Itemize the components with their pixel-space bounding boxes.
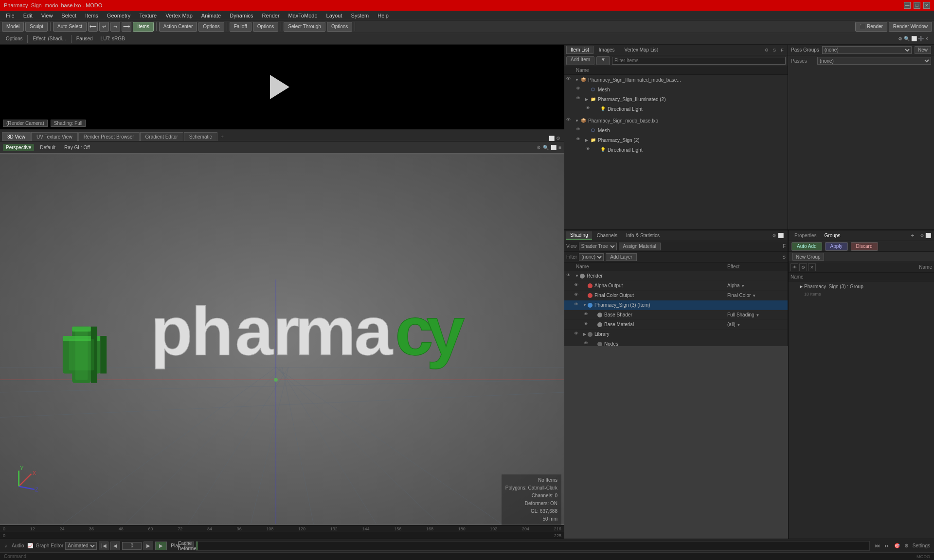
baseshader-dropdown-icon[interactable]: ▼ bbox=[755, 313, 759, 317]
shading-row-render[interactable]: 👁 ▼ Render bbox=[564, 271, 788, 281]
tab-3d-view[interactable]: 3D View bbox=[2, 132, 31, 141]
menu-layout[interactable]: Layout bbox=[323, 12, 346, 19]
add-item-dropdown[interactable]: ▼ bbox=[596, 56, 610, 65]
eye-icon-4[interactable]: 👁 bbox=[586, 105, 593, 112]
add-item-button[interactable]: Add Item bbox=[566, 56, 594, 65]
falloff-button[interactable]: Falloff bbox=[230, 22, 251, 32]
groups-settings-icon[interactable]: ⚙ bbox=[920, 233, 924, 238]
tab-shading[interactable]: Shading bbox=[566, 231, 592, 240]
tab-groups[interactable]: Groups bbox=[822, 232, 844, 239]
tab-channels[interactable]: Channels bbox=[593, 232, 621, 239]
tl-icon-4[interactable]: ⚙ bbox=[903, 542, 911, 550]
tab-uv-texture[interactable]: UV Texture View bbox=[31, 132, 78, 141]
toolbar-icon-2[interactable]: ↩ bbox=[99, 22, 109, 32]
viewport-search-icon[interactable]: 🔍 bbox=[543, 145, 549, 150]
shading-expand-icon[interactable]: ⬜ bbox=[778, 233, 784, 238]
assign-material-button[interactable]: Assign Material bbox=[619, 243, 661, 250]
il-settings-icon[interactable]: ⚙ bbox=[763, 47, 770, 53]
default-label[interactable]: Default bbox=[37, 144, 58, 151]
options-button-3[interactable]: Options bbox=[327, 22, 352, 32]
menu-items[interactable]: Items bbox=[81, 12, 102, 19]
tl-icon-1[interactable]: ⏮ bbox=[874, 542, 881, 550]
menu-help[interactable]: Help bbox=[374, 12, 393, 19]
play-button-main[interactable]: ▶ bbox=[155, 542, 167, 550]
shading-settings-icon[interactable]: ⚙ bbox=[772, 233, 776, 238]
eye-icon-8[interactable]: 👁 bbox=[586, 146, 593, 153]
timeline-track[interactable] bbox=[196, 541, 870, 551]
tab-item-list[interactable]: Item List bbox=[566, 46, 593, 54]
gp-row-pharmacy[interactable]: ▶ Pharmacy_Sign (3) : Group bbox=[789, 281, 934, 291]
apply-button[interactable]: Apply bbox=[825, 242, 848, 251]
new-group-button[interactable]: New Group bbox=[792, 253, 824, 261]
menu-texture[interactable]: Texture bbox=[135, 12, 161, 19]
tl-icon-3[interactable]: 🎯 bbox=[893, 542, 901, 550]
prev-frame-button[interactable]: |◀ bbox=[99, 542, 108, 550]
il-collapse-icon[interactable]: F bbox=[779, 47, 786, 53]
audio-label[interactable]: Audio bbox=[12, 543, 24, 548]
options-label[interactable]: Options bbox=[3, 35, 25, 42]
render-button[interactable]: ⬛ Render bbox=[855, 22, 887, 32]
viewport-menu-icon[interactable]: ≡ bbox=[558, 145, 561, 150]
filter-none-select[interactable]: (none) bbox=[579, 253, 604, 261]
finalcolor-dropdown-icon[interactable]: ▼ bbox=[752, 294, 756, 298]
tree-row-5[interactable]: 👁 ▼ 📦 Pharmacy_Sign_modo_base.lxo bbox=[564, 116, 788, 125]
close-button[interactable]: ✕ bbox=[923, 2, 930, 9]
tab-render-preset[interactable]: Render Preset Browser bbox=[78, 132, 140, 141]
tree-row-6[interactable]: 👁 ⬡ Mesh bbox=[564, 125, 788, 135]
tab-images[interactable]: Images bbox=[594, 46, 619, 54]
select-through-button[interactable]: Select Through bbox=[284, 22, 325, 32]
eye-icon-6[interactable]: 👁 bbox=[576, 127, 583, 134]
toolbar-icon-1[interactable]: ⟵ bbox=[88, 22, 98, 32]
tree-row-1[interactable]: 👁 ▼ 📦 Pharmacy_Sign_Illuminated_modo_bas… bbox=[564, 75, 788, 85]
eye-icon-7[interactable]: 👁 bbox=[576, 137, 583, 143]
render-window-button[interactable]: Render Window bbox=[889, 22, 932, 32]
view-settings-icon[interactable]: ⚙ bbox=[556, 136, 560, 141]
menu-view[interactable]: View bbox=[37, 12, 57, 19]
step-back-button[interactable]: ◀ bbox=[110, 542, 120, 550]
add-tab-button[interactable]: + bbox=[218, 132, 227, 141]
shading-row-nodes[interactable]: 👁 Nodes bbox=[564, 339, 788, 346]
menu-maxtomodo[interactable]: MaxToModo bbox=[285, 12, 322, 19]
play-forward-button[interactable]: ▶ bbox=[144, 542, 153, 550]
sp-eye-3[interactable]: 👁 bbox=[574, 292, 581, 299]
maximize-button[interactable]: □ bbox=[914, 2, 920, 9]
cache-deformers-button[interactable]: Cache Deformers bbox=[184, 542, 194, 550]
gp-icon-1[interactable]: 👁 bbox=[790, 263, 798, 271]
tab-vertex-map[interactable]: Vertex Map List bbox=[620, 46, 663, 54]
menu-dynamics[interactable]: Dynamics bbox=[226, 12, 257, 19]
view-expand-icon[interactable]: ⬜ bbox=[549, 136, 555, 141]
options-button-1[interactable]: Options bbox=[198, 22, 224, 32]
menu-render[interactable]: Render bbox=[258, 12, 284, 19]
tree-row-7[interactable]: 👁 ▶ 📁 Pharmacy_Sign (2) bbox=[564, 135, 788, 145]
auto-select-button[interactable]: Auto Select bbox=[53, 22, 87, 32]
sp-eye-8[interactable]: 👁 bbox=[584, 341, 591, 347]
gp-icon-2[interactable]: ⚙ bbox=[799, 263, 807, 271]
settings-label[interactable]: Settings bbox=[913, 543, 930, 548]
tab-info-stats[interactable]: Info & Statistics bbox=[622, 232, 664, 239]
tree-row-2[interactable]: 👁 ⬡ Mesh bbox=[564, 85, 788, 94]
menu-system[interactable]: System bbox=[347, 12, 373, 19]
eye-icon-5[interactable]: 👁 bbox=[566, 117, 573, 124]
sculpt-button[interactable]: Sculpt bbox=[25, 22, 48, 32]
filter-items-input[interactable] bbox=[612, 57, 786, 65]
3d-viewport[interactable]: Perspective Default Ray GL: Off ⚙ 🔍 ⬜ ≡ bbox=[0, 141, 564, 525]
menu-vertex-map[interactable]: Vertex Map bbox=[162, 12, 197, 19]
tab-properties[interactable]: Properties bbox=[791, 232, 820, 239]
discard-button[interactable]: Discard bbox=[851, 242, 878, 251]
groups-expand-icon[interactable]: ⬜ bbox=[925, 233, 931, 238]
shading-s-icon[interactable]: S bbox=[782, 254, 786, 260]
toolbar-icon-4[interactable]: ⟶ bbox=[122, 22, 131, 32]
menu-geometry[interactable]: Geometry bbox=[103, 12, 134, 19]
minimize-button[interactable]: — bbox=[904, 2, 911, 9]
options-button-2[interactable]: Options bbox=[253, 22, 278, 32]
shading-list-icon[interactable]: F bbox=[783, 244, 786, 249]
menu-edit[interactable]: Edit bbox=[19, 12, 36, 19]
tree-row-4[interactable]: 👁 💡 Directional Light bbox=[564, 104, 788, 114]
tab-schematic[interactable]: Schematic bbox=[184, 132, 217, 141]
play-button[interactable] bbox=[270, 75, 294, 99]
gp-icon-3[interactable]: ✕ bbox=[808, 263, 816, 271]
perspective-label[interactable]: Perspective bbox=[3, 144, 34, 151]
menu-select[interactable]: Select bbox=[57, 12, 80, 19]
basematerial-dropdown-icon[interactable]: ▼ bbox=[736, 323, 740, 327]
eye-icon-3[interactable]: 👁 bbox=[576, 96, 583, 103]
